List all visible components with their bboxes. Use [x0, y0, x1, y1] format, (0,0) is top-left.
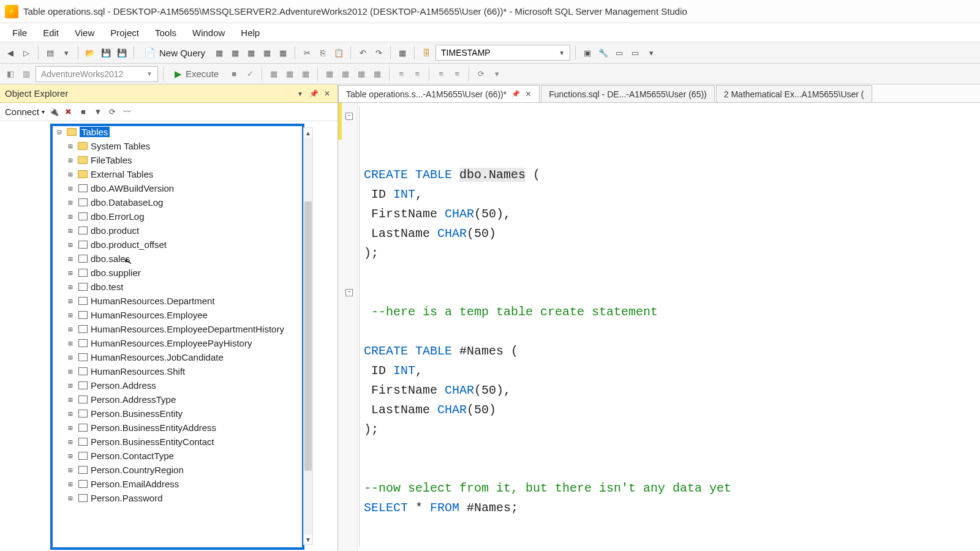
expand-icon[interactable]: ⊞: [66, 241, 75, 249]
tree-item[interactable]: ⊞HumanResources.EmployeePayHistory: [51, 336, 330, 350]
execute-button[interactable]: ▶ Execute: [168, 66, 225, 82]
tree-item[interactable]: ⊞Person.Address: [51, 378, 330, 392]
disconnect-icon[interactable]: ✖: [63, 107, 74, 118]
tree-item[interactable]: ⊞Person.Password: [51, 491, 330, 505]
tree-item[interactable]: ⊟Tables: [51, 125, 330, 139]
tree-item[interactable]: ⊞External Tables: [51, 167, 330, 181]
cut-icon[interactable]: ✂: [300, 46, 314, 59]
tree-item[interactable]: ⊞Person.BusinessEntity: [51, 407, 330, 421]
expand-icon[interactable]: ⊞: [66, 381, 75, 390]
tree-item[interactable]: ⊞Person.BusinessEntityAddress: [51, 421, 330, 435]
tree-item[interactable]: ⊞dbo.product_offset: [51, 238, 330, 252]
expand-icon[interactable]: ⊞: [66, 438, 75, 446]
menu-window[interactable]: Window: [185, 25, 232, 40]
collapse-icon[interactable]: ⊟: [55, 128, 64, 137]
menu-file[interactable]: File: [5, 25, 34, 40]
menu-project[interactable]: Project: [103, 25, 146, 40]
menu-view[interactable]: View: [67, 25, 102, 40]
dropdown-icon[interactable]: ▾: [59, 46, 73, 59]
expand-icon[interactable]: ⊞: [66, 353, 75, 362]
tree-item[interactable]: ⊞HumanResources.Employee: [51, 308, 330, 322]
overflow-icon[interactable]: ▾: [644, 46, 658, 59]
expand-icon[interactable]: ⊞: [66, 339, 75, 348]
tree-item[interactable]: ⊞Person.BusinessEntityContact: [51, 435, 330, 449]
wrench-icon[interactable]: 🔧: [597, 46, 610, 59]
undo-icon[interactable]: ↶: [356, 46, 369, 59]
expand-icon[interactable]: ⊞: [66, 297, 75, 305]
query-icon-2[interactable]: ▦: [228, 46, 242, 59]
tool-icon-1[interactable]: ▣: [581, 46, 594, 59]
tool-icon-3[interactable]: ▭: [628, 46, 642, 59]
expand-icon[interactable]: ⊞: [66, 198, 75, 207]
pin-icon[interactable]: 📌: [511, 90, 520, 98]
tree-item[interactable]: ⊞dbo.supplier: [51, 266, 330, 280]
query-icon-1[interactable]: ▦: [213, 46, 226, 59]
expand-icon[interactable]: ⊞: [66, 424, 75, 432]
close-icon[interactable]: ✕: [525, 89, 532, 99]
expand-icon[interactable]: ⊞: [66, 325, 75, 334]
tree-item[interactable]: ⊞HumanResources.Shift: [51, 364, 330, 378]
refresh-icon[interactable]: ⟳: [107, 107, 118, 118]
tree-item[interactable]: ⊞dbo.product: [51, 223, 330, 238]
scroll-down-icon[interactable]: ▼: [304, 534, 312, 544]
editor-tab[interactable]: Functions.sql - DE...-A1M5655\User (65)): [541, 85, 715, 102]
tree-item[interactable]: ⊞System Tables: [51, 139, 330, 153]
open-file-icon[interactable]: 📂: [83, 46, 97, 59]
save-icon[interactable]: 💾: [99, 46, 113, 59]
menu-help[interactable]: Help: [233, 25, 267, 40]
tool-icon-2[interactable]: ▭: [612, 46, 626, 59]
tree-item[interactable]: ⊞dbo.AWBuildVersion: [51, 181, 330, 195]
menu-tools[interactable]: Tools: [148, 25, 184, 40]
tree-item[interactable]: ⊞Person.EmailAddress: [51, 477, 330, 491]
expand-icon[interactable]: ⊞: [66, 494, 75, 503]
type-dropdown[interactable]: TIMESTAMP ▼: [435, 45, 570, 61]
expand-icon[interactable]: ⊞: [66, 170, 75, 179]
expand-icon[interactable]: ⊞: [66, 367, 75, 376]
tree-item[interactable]: ⊞dbo.sales: [51, 252, 330, 266]
scrollbar-vertical[interactable]: ▲ ▼: [303, 127, 313, 545]
expand-icon[interactable]: ⊞: [66, 283, 75, 291]
fold-icon[interactable]: −: [345, 113, 353, 120]
expand-icon[interactable]: ⊞: [66, 184, 75, 193]
copy-icon[interactable]: ⎘: [316, 46, 330, 59]
tree-item[interactable]: ⊞dbo.ErrorLog: [51, 209, 330, 223]
expand-icon[interactable]: ⊞: [66, 255, 75, 263]
panel-dropdown-icon[interactable]: ▾: [295, 88, 306, 99]
tree-item[interactable]: ⊞HumanResources.EmployeeDepartmentHistor…: [51, 322, 330, 336]
new-query-button[interactable]: 📄 New Query: [139, 45, 210, 60]
tb2-overflow-icon[interactable]: ▾: [490, 67, 503, 81]
new-project-icon[interactable]: ▤: [43, 46, 57, 59]
tree-item[interactable]: ⊞Person.ContactType: [51, 449, 330, 463]
tree-item[interactable]: ⊞dbo.DatabaseLog: [51, 195, 330, 209]
save-all-icon[interactable]: 💾: [115, 46, 129, 59]
activity-icon[interactable]: 〰: [122, 107, 133, 118]
pin-icon[interactable]: 📌: [308, 88, 319, 99]
query-icon-3[interactable]: ▦: [244, 46, 258, 59]
menu-edit[interactable]: Edit: [36, 25, 66, 40]
scroll-thumb[interactable]: [304, 201, 312, 471]
expand-icon[interactable]: ⊞: [66, 480, 75, 489]
tree-item[interactable]: ⊞Person.AddressType: [51, 392, 330, 407]
expand-icon[interactable]: ⊞: [66, 269, 75, 277]
db-icon[interactable]: 🗄: [420, 46, 433, 59]
connect-icon[interactable]: 🔌: [48, 107, 59, 118]
tree-item[interactable]: ⊞dbo.test: [51, 280, 330, 294]
tree-item[interactable]: ⊞HumanResources.JobCandidate: [51, 350, 330, 364]
tree-item[interactable]: ⊞Person.CountryRegion: [51, 463, 330, 477]
back-icon[interactable]: ◀: [4, 46, 17, 59]
expand-icon[interactable]: ⊞: [66, 156, 75, 165]
scroll-up-icon[interactable]: ▲: [304, 128, 312, 138]
expand-icon[interactable]: ⊞: [66, 395, 75, 404]
filter-icon[interactable]: ▼: [92, 107, 104, 118]
expand-icon[interactable]: ⊞: [66, 466, 75, 474]
query-icon-4[interactable]: ▦: [260, 46, 274, 59]
tree-item[interactable]: ⊞HumanResources.Department: [51, 294, 330, 308]
redo-icon[interactable]: ↷: [372, 46, 385, 59]
close-icon[interactable]: ✕: [322, 88, 333, 99]
expand-icon[interactable]: ⊞: [66, 212, 75, 221]
expand-icon[interactable]: ⊞: [66, 311, 75, 320]
editor-tab[interactable]: 2 Mathematical Ex...A1M5655\User (: [716, 85, 872, 102]
query-icon-5[interactable]: ▦: [276, 46, 290, 59]
expand-icon[interactable]: ⊞: [66, 452, 75, 460]
stop-icon-2[interactable]: ■: [78, 107, 89, 118]
